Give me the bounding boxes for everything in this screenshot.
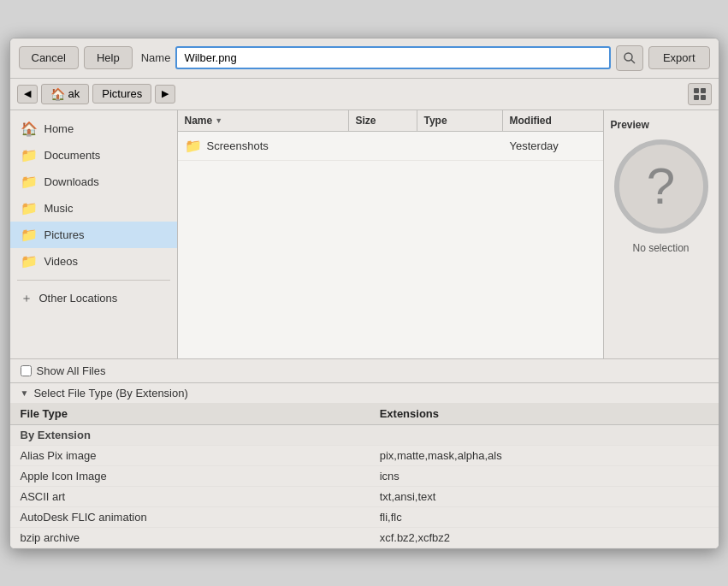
sidebar-item-pictures-label: Pictures — [44, 228, 85, 241]
file-name-label: Screenshots — [207, 139, 269, 152]
svg-rect-5 — [701, 95, 706, 100]
file-export-dialog: Cancel Help Name Export ◀ 🏠 ak Pictures … — [9, 38, 719, 549]
list-item[interactable]: bzip archivexcf.bz2,xcfbz2 — [10, 527, 719, 548]
file-area: Name ▼ Size Type Modified 📁 Screenshot — [178, 110, 603, 358]
home-icon: 🏠 — [50, 87, 65, 101]
sidebar-item-downloads-label: Downloads — [44, 175, 99, 188]
file-type-section-header-row: By Extension — [10, 424, 719, 445]
preview-no-selection: No selection — [632, 242, 689, 254]
sidebar-item-music-label: Music — [44, 202, 74, 215]
collapse-icon: ▼ — [21, 388, 29, 398]
location-bar: ◀ 🏠 ak Pictures ▶ — [10, 79, 719, 110]
name-label: Name — [141, 51, 171, 64]
back-icon: ◀ — [24, 88, 31, 99]
file-list-body: 📁 Screenshots Yesterday — [178, 132, 603, 358]
file-type-header-row[interactable]: ▼ Select File Type (By Extension) — [10, 383, 719, 403]
svg-line-1 — [631, 60, 635, 63]
home-breadcrumb[interactable]: 🏠 ak — [41, 84, 90, 104]
svg-rect-3 — [701, 88, 706, 93]
sort-arrow-icon: ▼ — [215, 116, 222, 125]
question-mark-icon: ? — [647, 161, 675, 212]
sidebar-divider — [17, 280, 170, 281]
file-size-cell — [349, 143, 417, 148]
file-list-header: Name ▼ Size Type Modified — [178, 110, 603, 132]
pictures-sidebar-icon: 📁 — [21, 227, 38, 243]
folder-icon: 📁 — [185, 138, 202, 154]
file-type-col-header: File Type — [10, 403, 370, 425]
file-name-cell: 📁 Screenshots — [178, 135, 349, 157]
cancel-button[interactable]: Cancel — [19, 46, 79, 69]
preview-icon-circle: ? — [614, 139, 708, 234]
list-item[interactable]: Alias Pix imagepix,matte,mask,alpha,als — [10, 445, 719, 465]
extensions-cell: xcf.bz2,xcfbz2 — [370, 527, 719, 548]
file-type-cell: bzip archive — [10, 527, 370, 548]
help-button[interactable]: Help — [84, 46, 133, 69]
other-locations-add-icon: ＋ — [21, 291, 33, 306]
file-type-table: File Type Extensions By ExtensionAlias P… — [10, 403, 719, 548]
preview-label: Preview — [611, 119, 649, 131]
list-item[interactable]: AutoDesk FLIC animationfli,flc — [10, 506, 719, 527]
column-header-name[interactable]: Name ▼ — [178, 110, 349, 131]
file-type-cell: Alias Pix image — [10, 445, 370, 465]
sidebar-item-pictures[interactable]: 📁 Pictures — [10, 222, 177, 248]
extensions-cell: fli,flc — [370, 506, 719, 527]
column-header-size[interactable]: Size — [349, 110, 417, 131]
main-content: 🏠 Home 📁 Documents 📁 Downloads 📁 Music 📁… — [10, 110, 719, 358]
extensions-cell: icns — [370, 465, 719, 486]
search-icon — [623, 51, 636, 65]
column-modified-label: Modified — [510, 115, 552, 127]
list-item[interactable]: Apple Icon Imageicns — [10, 465, 719, 486]
extensions-col-header: Extensions — [370, 403, 719, 425]
sidebar-item-videos[interactable]: 📁 Videos — [10, 248, 177, 275]
file-type-cell: AutoDesk FLIC animation — [10, 506, 370, 527]
table-row[interactable]: 📁 Screenshots Yesterday — [178, 132, 603, 161]
file-type-section: ▼ Select File Type (By Extension) File T… — [10, 382, 719, 548]
search-button[interactable] — [616, 45, 643, 71]
videos-sidebar-icon: 📁 — [21, 253, 38, 269]
extensions-cell: txt,ansi,text — [370, 486, 719, 506]
column-size-label: Size — [356, 115, 376, 127]
sidebar-other-locations-label: Other Locations — [39, 292, 118, 305]
svg-point-0 — [624, 53, 632, 61]
home-breadcrumb-label: ak — [68, 87, 80, 100]
dialog-header: Cancel Help Name Export — [10, 38, 719, 79]
filename-input[interactable] — [175, 46, 611, 69]
file-type-section-label: Select File Type (By Extension) — [33, 387, 187, 400]
sidebar-item-home-label: Home — [44, 122, 74, 135]
svg-rect-2 — [694, 88, 699, 93]
list-item[interactable]: ASCII arttxt,ansi,text — [10, 486, 719, 506]
documents-sidebar-icon: 📁 — [21, 147, 38, 163]
home-sidebar-icon: 🏠 — [21, 121, 38, 137]
file-type-cell: Apple Icon Image — [10, 465, 370, 486]
sidebar: 🏠 Home 📁 Documents 📁 Downloads 📁 Music 📁… — [10, 110, 178, 358]
column-header-type[interactable]: Type — [417, 110, 503, 131]
show-all-files-row: Show All Files — [10, 359, 719, 382]
sidebar-item-documents-label: Documents — [44, 149, 101, 162]
grid-view-button[interactable] — [688, 83, 712, 105]
sidebar-item-home[interactable]: 🏠 Home — [10, 115, 177, 142]
forward-icon: ▶ — [162, 88, 169, 99]
extensions-cell: pix,matte,mask,alpha,als — [370, 445, 719, 465]
forward-button[interactable]: ▶ — [155, 85, 175, 104]
sidebar-item-music[interactable]: 📁 Music — [10, 195, 177, 222]
show-all-files-label[interactable]: Show All Files — [37, 364, 106, 377]
column-type-label: Type — [424, 115, 447, 127]
sidebar-other-locations[interactable]: ＋ Other Locations — [10, 286, 177, 311]
preview-panel: Preview ? No selection — [603, 110, 719, 358]
bottom-area: Show All Files ▼ Select File Type (By Ex… — [10, 358, 719, 548]
current-folder-breadcrumb[interactable]: Pictures — [92, 84, 151, 104]
grid-view-icon — [693, 87, 707, 101]
music-sidebar-icon: 📁 — [21, 200, 38, 216]
show-all-files-checkbox[interactable] — [21, 365, 32, 376]
export-button[interactable]: Export — [648, 46, 710, 69]
column-header-modified[interactable]: Modified — [503, 110, 603, 131]
sidebar-item-downloads[interactable]: 📁 Downloads — [10, 169, 177, 195]
file-modified-value: Yesterday — [510, 139, 559, 152]
back-button[interactable]: ◀ — [17, 85, 38, 104]
file-type-cell: ASCII art — [10, 486, 370, 506]
downloads-sidebar-icon: 📁 — [21, 174, 38, 190]
file-type-cell — [417, 143, 503, 148]
svg-rect-4 — [694, 95, 699, 100]
current-folder-label: Pictures — [102, 87, 142, 100]
sidebar-item-documents[interactable]: 📁 Documents — [10, 142, 177, 169]
